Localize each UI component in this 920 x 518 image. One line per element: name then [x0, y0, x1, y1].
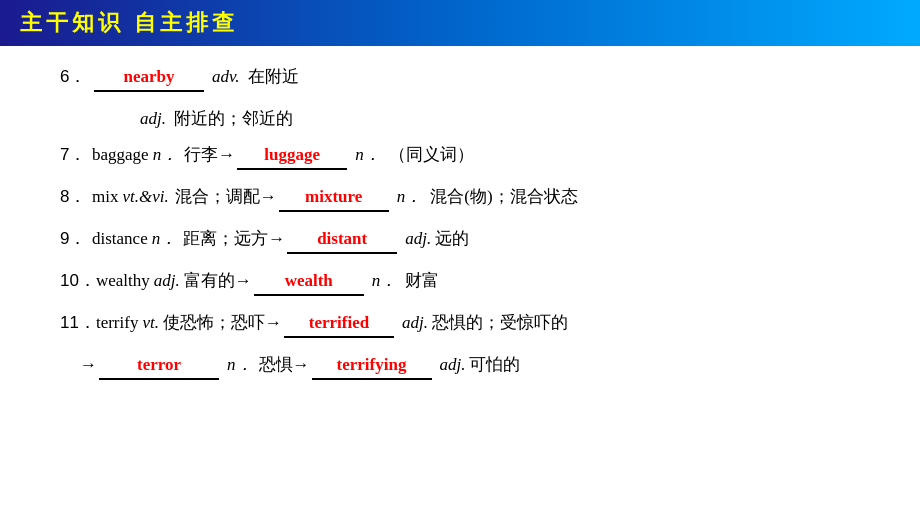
meaning-11: 恐惧的；受惊吓的 [432, 310, 568, 336]
meaning-10-pre: 富有的→ [184, 268, 252, 294]
row-6-sub: adj. 附近的；邻近的 [60, 106, 880, 142]
pos-8-pre: vt.&vi. [122, 184, 168, 210]
num-10: 10． [60, 268, 96, 294]
num-6: 6． [60, 64, 92, 90]
meaning-8: 混合(物)；混合状态 [430, 184, 577, 210]
fill-nearby: nearby [94, 64, 204, 92]
header-title: 主干知识 自主排查 [20, 8, 238, 38]
num-8: 8． [60, 184, 92, 210]
pos-9: adj. [405, 226, 431, 252]
content: 6． nearby adv. 在附近 adj. 附近的；邻近的 7． bagga… [0, 46, 920, 518]
pos-8: n． [397, 184, 423, 210]
meaning-6-sub: 附近的；邻近的 [174, 106, 293, 132]
row-9: 9． distance n． 距离；远方→ distant adj. 远的 [60, 226, 880, 268]
word-7: baggage [92, 142, 149, 168]
word-10: wealthy [96, 268, 150, 294]
fill-terrifying: terrifying [312, 352, 432, 380]
meaning-11-pre: 使恐怖；恐吓→ [163, 310, 282, 336]
pos-11-sub2: adj. [440, 352, 466, 378]
word-11: terrify [96, 310, 138, 336]
fill-mixture: mixture [279, 184, 389, 212]
meaning-8-pre: 混合；调配→ [175, 184, 277, 210]
pos-10-pre: adj. [154, 268, 180, 294]
meaning-10: 财富 [405, 268, 439, 294]
pos-9-pre: n． [152, 226, 178, 252]
meaning-11-sub2: 可怕的 [469, 352, 520, 378]
word-9: distance [92, 226, 148, 252]
fill-terrified: terrified [284, 310, 394, 338]
pos-7-pre: n． [153, 142, 179, 168]
row-6: 6． nearby adv. 在附近 [60, 64, 880, 106]
arrow-11-sub: → [80, 352, 97, 378]
num-11: 11． [60, 310, 96, 336]
pos-7: n． [355, 142, 381, 168]
row-11: 11． terrify vt. 使恐怖；恐吓→ terrified adj. 恐… [60, 310, 880, 352]
header: 主干知识 自主排查 [0, 0, 920, 46]
meaning-9-pre: 距离；远方→ [183, 226, 285, 252]
pos-10: n． [372, 268, 398, 294]
pos-6: adv. [212, 64, 240, 90]
fill-luggage: luggage [237, 142, 347, 170]
row-7: 7． baggage n． 行李→ luggage n． （同义词） [60, 142, 880, 184]
row-10: 10． wealthy adj. 富有的→ wealth n． 财富 [60, 268, 880, 310]
num-7: 7． [60, 142, 92, 168]
num-9: 9． [60, 226, 92, 252]
meaning-9: 远的 [435, 226, 469, 252]
meaning-7-pre: 行李→ [184, 142, 235, 168]
fill-distant: distant [287, 226, 397, 254]
pos-11-sub: n． [227, 352, 253, 378]
slide: 主干知识 自主排查 6． nearby adv. 在附近 adj. 附近的；邻近… [0, 0, 920, 518]
meaning-6: 在附近 [248, 64, 299, 90]
row-11-sub: → terror n． 恐惧→ terrifying adj. 可怕的 [60, 352, 880, 390]
pos-6-sub: adj. [140, 106, 166, 132]
fill-terror: terror [99, 352, 219, 380]
word-8: mix [92, 184, 118, 210]
pos-11-pre: vt. [142, 310, 159, 336]
fill-wealth: wealth [254, 268, 364, 296]
meaning-7: （同义词） [389, 142, 474, 168]
row-8: 8． mix vt.&vi. 混合；调配→ mixture n． 混合(物)；混… [60, 184, 880, 226]
pos-11: adj. [402, 310, 428, 336]
meaning-11-sub1: 恐惧→ [259, 352, 310, 378]
